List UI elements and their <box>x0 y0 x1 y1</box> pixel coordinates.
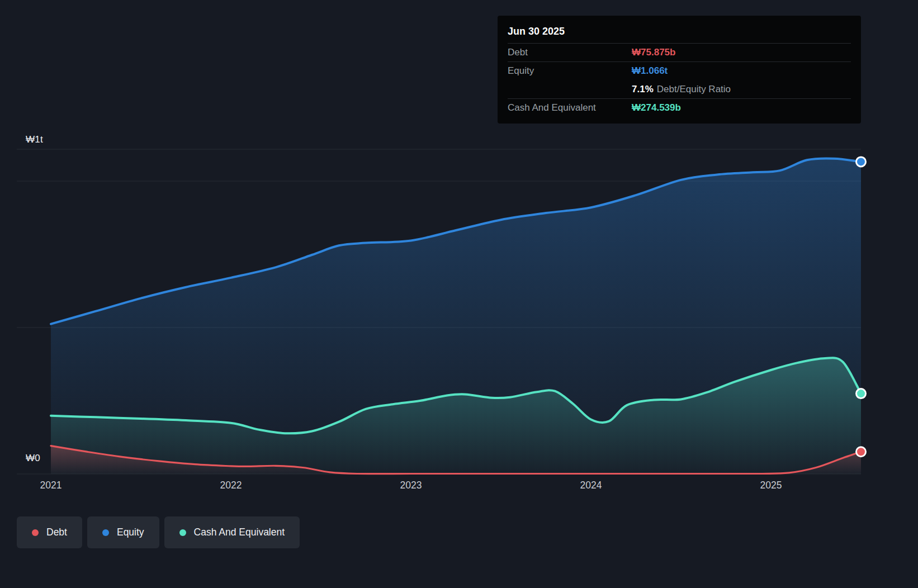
cash-and-equivalent-endpoint-marker[interactable] <box>857 389 866 399</box>
legend-debt-label: Debt <box>46 527 67 538</box>
x-axis: 20212022202320242025 <box>0 480 918 494</box>
legend-equity-label: Equity <box>117 527 144 538</box>
cash-legend-dot <box>179 529 186 536</box>
legend-item-debt[interactable]: Debt <box>17 516 82 548</box>
x-axis-label-2024: 2024 <box>580 480 602 491</box>
x-axis-label-2021: 2021 <box>40 480 62 491</box>
tooltip-date: Jun 30 2025 <box>508 22 851 43</box>
x-axis-label-2022: 2022 <box>220 480 242 491</box>
tooltip-cash-value: ₩274.539b <box>632 102 851 113</box>
y-axis-label-1t: ₩1t <box>26 134 43 145</box>
equity-endpoint-marker[interactable] <box>857 157 866 167</box>
tooltip-row-ratio: 7.1%Debt/Equity Ratio <box>508 80 851 98</box>
tooltip-row-cash: Cash And Equivalent ₩274.539b <box>508 98 851 117</box>
tooltip-debt-value: ₩75.875b <box>632 47 851 58</box>
chart-legend: Debt Equity Cash And Equivalent <box>17 516 300 548</box>
x-axis-label-2023: 2023 <box>400 480 422 491</box>
tooltip-equity-label: Equity <box>508 65 632 77</box>
y-axis-label-0: ₩0 <box>26 453 40 464</box>
equity-legend-dot <box>102 529 109 536</box>
tooltip-ratio-percent: 7.1% <box>632 84 654 94</box>
tooltip-cash-label: Cash And Equivalent <box>508 102 632 113</box>
tooltip: Jun 30 2025 Debt ₩75.875b Equity ₩1.066t… <box>498 16 861 124</box>
balance-sheet-history-chart: ₩1t ₩0 20212022202320242025 Jun 30 2025 … <box>0 0 918 588</box>
tooltip-ratio-suffix: Debt/Equity Ratio <box>657 84 731 94</box>
tooltip-debt-label: Debt <box>508 47 632 58</box>
legend-item-cash[interactable]: Cash And Equivalent <box>164 516 300 548</box>
debt-legend-dot <box>32 529 39 536</box>
x-axis-label-2025: 2025 <box>760 480 782 491</box>
legend-cash-label: Cash And Equivalent <box>194 527 285 538</box>
debt-endpoint-marker[interactable] <box>857 447 866 457</box>
tooltip-row-debt: Debt ₩75.875b <box>508 43 851 61</box>
legend-item-equity[interactable]: Equity <box>87 516 159 548</box>
tooltip-ratio-value: 7.1%Debt/Equity Ratio <box>632 84 851 95</box>
tooltip-equity-value: ₩1.066t <box>632 65 851 77</box>
tooltip-row-equity: Equity ₩1.066t <box>508 61 851 80</box>
